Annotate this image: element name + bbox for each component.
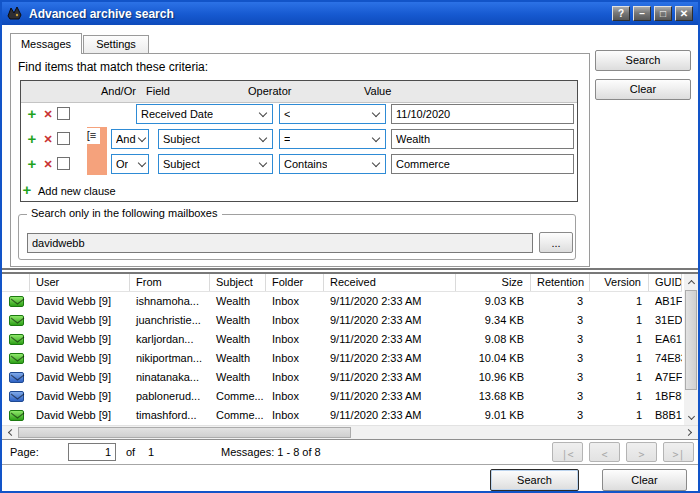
operator-dropdown[interactable]: <	[279, 104, 386, 124]
next-page-button[interactable]: >	[626, 442, 657, 462]
cell-retention: 3	[531, 330, 590, 349]
cell-version: 1	[590, 387, 649, 406]
cell-folder: Inbox	[266, 387, 324, 406]
clear-button-top[interactable]: Clear	[595, 79, 691, 100]
chevron-down-icon	[372, 159, 380, 167]
envelope-icon	[9, 410, 24, 421]
add-row-icon[interactable]: +	[25, 154, 39, 174]
operator-dropdown[interactable]: Contains	[279, 154, 386, 174]
cell-folder: Inbox	[266, 330, 324, 349]
maximize-icon[interactable]: □	[654, 6, 672, 21]
row-checkbox[interactable]	[57, 157, 70, 170]
cell-guid: B8B12	[649, 406, 682, 425]
prev-page-button[interactable]: <	[589, 442, 620, 462]
clause-group-icon[interactable]: [≡	[83, 128, 100, 144]
mailboxes-input[interactable]	[27, 233, 533, 253]
table-row[interactable]: David Webb [9] ninatanaka... Wealth Inbo…	[2, 368, 682, 387]
value-input[interactable]	[391, 154, 574, 174]
cell-size: 9.34 KB	[456, 311, 531, 330]
cell-subject: Wealth	[210, 349, 266, 368]
browse-mailboxes-button[interactable]: ...	[539, 232, 573, 253]
header-retention[interactable]: Retention	[531, 274, 590, 291]
cell-size: 10.96 KB	[456, 368, 531, 387]
vertical-scrollbar-thumb[interactable]	[685, 290, 697, 390]
header-from[interactable]: From	[130, 274, 210, 291]
help-icon[interactable]: ?	[612, 6, 630, 21]
scroll-left-icon[interactable]	[2, 426, 18, 439]
header-user[interactable]: User	[30, 274, 130, 291]
tab-settings[interactable]: Settings	[83, 35, 149, 53]
cell-size: 9.01 KB	[456, 406, 531, 425]
search-button-top[interactable]: Search	[595, 50, 691, 71]
cell-from: ninatanaka...	[130, 368, 210, 387]
cell-from: karljordan...	[130, 330, 210, 349]
close-icon[interactable]: ✕	[675, 6, 693, 21]
header-guid[interactable]: GUID	[649, 274, 682, 291]
add-row-icon[interactable]: +	[25, 129, 39, 149]
search-button-bottom[interactable]: Search	[490, 469, 579, 491]
table-row[interactable]: David Webb [9] timashford... Comme... In…	[2, 406, 682, 425]
cell-guid: A7EF5	[649, 368, 682, 387]
add-row-icon[interactable]: +	[25, 104, 39, 124]
value-input[interactable]	[391, 129, 574, 149]
envelope-icon	[9, 372, 24, 383]
add-new-clause-button[interactable]: +Add new clause	[20, 182, 116, 198]
operator-value: Contains	[284, 155, 327, 173]
envelope-icon	[9, 391, 24, 402]
clear-button-bottom[interactable]: Clear	[602, 469, 687, 491]
field-dropdown[interactable]: Received Date	[136, 104, 273, 124]
page-count: 1	[148, 440, 154, 464]
cell-folder: Inbox	[266, 349, 324, 368]
operator-value: =	[284, 130, 290, 148]
delete-row-icon[interactable]: ✕	[41, 104, 55, 124]
operator-dropdown[interactable]: =	[279, 129, 386, 149]
delete-row-icon[interactable]: ✕	[41, 129, 55, 149]
table-row[interactable]: David Webb [9] pablonerud... Comme... In…	[2, 387, 682, 406]
header-folder[interactable]: Folder	[266, 274, 324, 291]
field-dropdown[interactable]: Subject	[158, 129, 273, 149]
and-or-dropdown[interactable]: And	[111, 129, 149, 149]
cell-retention: 3	[531, 349, 590, 368]
results-table: User From Subject Folder Received Size R…	[2, 274, 682, 425]
title-bar[interactable]: Advanced archive search ? – □ ✕	[2, 2, 698, 25]
delete-row-icon[interactable]: ✕	[41, 154, 55, 174]
tab-messages[interactable]: Messages	[10, 33, 82, 54]
horizontal-scrollbar[interactable]	[2, 425, 698, 439]
cell-received: 9/11/2020 2:33 AM	[324, 349, 456, 368]
table-row[interactable]: David Webb [9] nikiportman... Wealth Inb…	[2, 349, 682, 368]
cell-guid: AB1F6	[649, 292, 682, 311]
row-checkbox[interactable]	[57, 107, 70, 120]
table-row[interactable]: David Webb [9] juanchristie... Wealth In…	[2, 311, 682, 330]
horizontal-scrollbar-thumb[interactable]	[18, 427, 351, 438]
chevron-down-icon	[138, 134, 146, 142]
field-dropdown[interactable]: Subject	[158, 154, 273, 174]
cell-user: David Webb [9]	[30, 292, 130, 311]
header-subject[interactable]: Subject	[210, 274, 266, 291]
scroll-down-icon[interactable]	[684, 410, 698, 425]
header-icon-column[interactable]	[2, 274, 30, 291]
cell-user: David Webb [9]	[30, 311, 130, 330]
header-version[interactable]: Version	[590, 274, 649, 291]
cell-subject: Comme...	[210, 387, 266, 406]
and-or-dropdown[interactable]: Or	[111, 154, 149, 174]
cell-from: ishnamoha...	[130, 292, 210, 311]
footer-bar: Search Clear	[2, 464, 698, 491]
value-input[interactable]	[391, 104, 574, 124]
scroll-right-icon[interactable]	[682, 426, 698, 439]
row-checkbox[interactable]	[57, 132, 70, 145]
table-row[interactable]: David Webb [9] karljordan... Wealth Inbo…	[2, 330, 682, 349]
cell-user: David Webb [9]	[30, 349, 130, 368]
header-size[interactable]: Size	[456, 274, 531, 291]
page-input[interactable]	[68, 443, 116, 461]
mailboxes-groupbox: Search only in the following mailboxes .…	[18, 214, 576, 260]
envelope-icon	[9, 353, 24, 364]
scroll-up-icon[interactable]	[684, 274, 698, 289]
last-page-button[interactable]: >|	[663, 442, 694, 462]
vertical-scrollbar[interactable]	[684, 274, 698, 425]
criteria-header-row: And/Or Field Operator Value	[21, 81, 577, 103]
header-received[interactable]: Received	[324, 274, 456, 291]
minimize-icon[interactable]: –	[633, 6, 651, 21]
cell-size: 13.68 KB	[456, 387, 531, 406]
first-page-button[interactable]: |<	[552, 442, 583, 462]
table-row[interactable]: David Webb [9] ishnamoha... Wealth Inbox…	[2, 292, 682, 311]
